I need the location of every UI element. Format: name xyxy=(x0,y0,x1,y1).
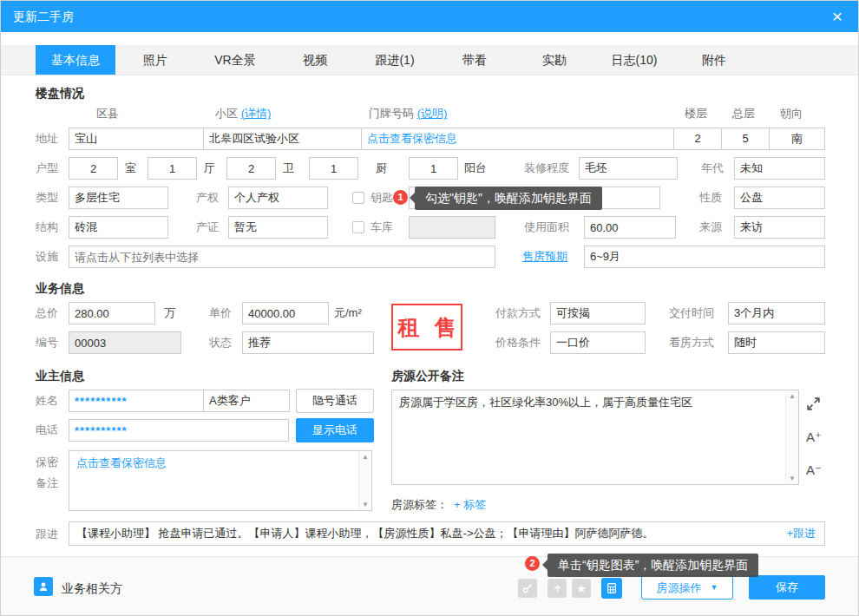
payment-input[interactable] xyxy=(550,302,646,324)
sale-expect-input[interactable] xyxy=(584,246,825,268)
code-label: 编号 xyxy=(36,331,58,354)
kitchen-unit-label: 厨 xyxy=(376,157,387,180)
owner-name-input[interactable] xyxy=(69,390,204,412)
star-icon[interactable]: ★ xyxy=(572,579,591,598)
top-arrow-icon[interactable] xyxy=(548,579,567,598)
facility-select-input[interactable] xyxy=(69,246,495,268)
related-party-icon[interactable] xyxy=(34,577,53,596)
calculator-icon[interactable] xyxy=(601,578,622,599)
key-chart-tooltip: 单击“钥匙图表”，唤醒添加钥匙界面 xyxy=(548,554,758,577)
source-input[interactable] xyxy=(734,216,825,239)
structure-input[interactable] xyxy=(69,216,168,239)
scroll-down-icon: ▼ xyxy=(786,475,798,482)
delivery-input[interactable] xyxy=(728,302,825,324)
status-input[interactable] xyxy=(242,331,374,354)
decoration-input[interactable] xyxy=(579,157,678,180)
orientation-cell[interactable]: 南 xyxy=(769,128,825,150)
show-phone-button[interactable]: 显示电话 xyxy=(296,418,374,442)
chevron-down-icon: ▼ xyxy=(711,583,718,592)
total-price-unit: 万 xyxy=(164,302,175,324)
save-button[interactable]: 保存 xyxy=(749,575,825,600)
price-condition-input[interactable] xyxy=(550,331,646,354)
font-smaller-button[interactable]: A⁻ xyxy=(806,462,822,478)
nature-label: 性质 xyxy=(699,187,722,209)
tab-photos[interactable]: 照片 xyxy=(115,45,195,75)
district-header: 区县 xyxy=(96,107,119,121)
tab-attachments[interactable]: 附件 xyxy=(674,45,754,75)
total-floor-cell[interactable]: 5 xyxy=(721,128,770,150)
balcony-unit-label: 阳台 xyxy=(464,157,487,180)
business-section-title: 业务信息 xyxy=(36,281,84,297)
kitchen-count-input[interactable] xyxy=(309,157,358,180)
expand-icon[interactable] xyxy=(806,396,821,415)
area-input[interactable] xyxy=(584,216,676,239)
scroll-up-icon: ▲ xyxy=(359,453,371,461)
ownership-label: 产权 xyxy=(196,187,219,209)
unit-price-input[interactable] xyxy=(242,302,329,324)
owner-section-title: 业主信息 xyxy=(36,369,84,384)
tab-survey[interactable]: 实勘 xyxy=(515,45,594,75)
garage-disabled-input xyxy=(409,216,495,239)
view-mode-input[interactable] xyxy=(728,331,825,354)
close-icon: × xyxy=(832,6,843,26)
floor-header: 楼层 xyxy=(685,107,707,121)
era-input[interactable] xyxy=(734,157,825,180)
source-label: 来源 xyxy=(699,216,722,239)
tab-followup[interactable]: 跟进(1) xyxy=(355,45,435,75)
scroll-down-icon: ▼ xyxy=(359,501,371,508)
key-checkbox[interactable] xyxy=(352,192,364,204)
code-input xyxy=(69,331,181,354)
owner-phone-input[interactable] xyxy=(69,419,289,442)
doorplate-header: 门牌号码 (说明) xyxy=(369,107,447,121)
doorplate-secret-link[interactable]: 点击查看保密信息 xyxy=(367,132,457,145)
doorplate-help-link[interactable]: (说明) xyxy=(417,107,448,120)
era-label: 年代 xyxy=(701,157,724,180)
room-count-input[interactable] xyxy=(69,157,118,180)
ownership-input[interactable] xyxy=(228,187,328,209)
sale-expect-link[interactable]: 售房预期 xyxy=(522,250,567,263)
facility-label: 设施 xyxy=(36,246,58,268)
tab-accompany-view[interactable]: 带看 xyxy=(435,45,515,75)
cert-label: 产证 xyxy=(196,216,219,239)
community-cell[interactable]: 北皋四区试验小区 xyxy=(203,128,362,150)
secret-note-label: 保密备注 xyxy=(36,452,62,494)
owner-name-label: 姓名 xyxy=(36,390,58,412)
secret-note-link[interactable]: 点击查看保密信息 xyxy=(76,455,352,471)
house-operations-button[interactable]: 房源操作▼ xyxy=(641,575,733,600)
hidden-call-button[interactable]: 隐号通话 xyxy=(296,389,374,413)
followup-box: 【课程小助理】 抢盘申请已通过。【申请人】课程小助理，【房源性质】私盘->公盘；… xyxy=(69,521,825,546)
add-tag-link[interactable]: + 标签 xyxy=(454,498,486,511)
tab-logs[interactable]: 日志(10) xyxy=(594,45,674,75)
doorplate-cell[interactable]: 点击查看保密信息 xyxy=(361,128,674,150)
key-icon[interactable] xyxy=(518,579,537,598)
tab-basic-info[interactable]: 基本信息 xyxy=(36,45,115,75)
decoration-label: 装修程度 xyxy=(524,157,569,180)
total-price-input[interactable] xyxy=(69,302,155,324)
hall-count-input[interactable] xyxy=(148,157,197,180)
tab-video[interactable]: 视频 xyxy=(275,45,355,75)
address-label: 地址 xyxy=(36,128,58,150)
font-bigger-button[interactable]: A⁺ xyxy=(806,429,822,445)
public-note-title: 房源公开备注 xyxy=(391,369,464,384)
key-chart-step-badge: 2 xyxy=(525,556,540,571)
secret-note-box[interactable]: 点击查看保密信息 ▲ ▼ xyxy=(69,450,372,511)
close-button[interactable]: × xyxy=(825,4,849,29)
add-followup-link[interactable]: +跟进 xyxy=(786,522,816,545)
customer-grade-cell[interactable]: A类客户 xyxy=(203,390,290,412)
public-note-box[interactable]: 房源属于学区房，社区绿化率30%以上，属于高质量住宅区 ▲ ▼ xyxy=(391,390,799,485)
type-input[interactable] xyxy=(69,187,168,209)
nature-input[interactable] xyxy=(734,187,825,209)
floor-cell[interactable]: 2 xyxy=(673,128,722,150)
garage-checkbox[interactable] xyxy=(352,221,364,233)
total-floor-header: 总层 xyxy=(732,107,755,121)
public-note-scrollbar[interactable]: ▲ ▼ xyxy=(785,390,798,484)
bath-count-input[interactable] xyxy=(226,157,276,180)
secret-note-scrollbar[interactable]: ▲ ▼ xyxy=(358,451,371,510)
rent-sale-stamp: 租 售 xyxy=(391,304,462,351)
community-detail-link[interactable]: (详情) xyxy=(241,107,272,120)
total-price-label: 总价 xyxy=(36,302,58,324)
tab-vr-panorama[interactable]: VR全景 xyxy=(195,45,275,75)
cert-input[interactable] xyxy=(228,216,328,239)
district-cell[interactable]: 宝山 xyxy=(69,128,204,150)
balcony-count-input[interactable] xyxy=(409,157,458,180)
